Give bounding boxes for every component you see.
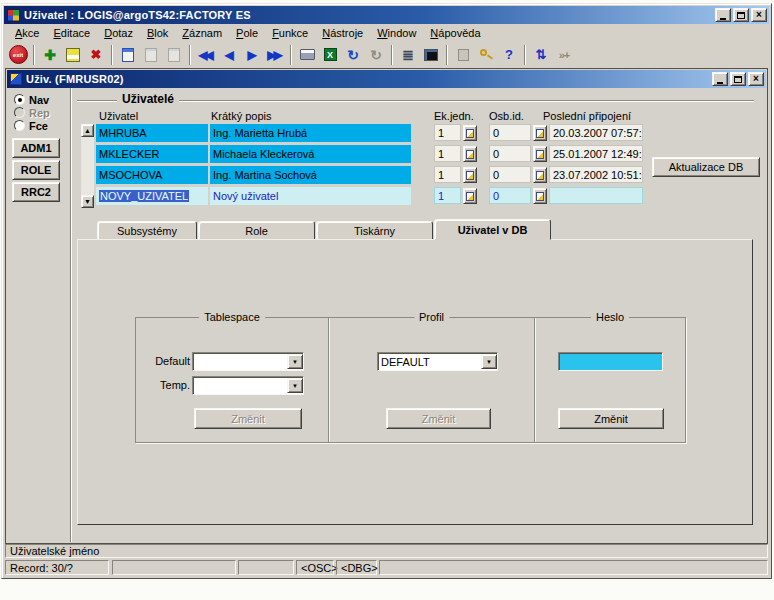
lov-icon [466, 150, 474, 159]
child-close-icon[interactable]: × [748, 72, 764, 86]
child-minimize-icon[interactable] [712, 72, 728, 86]
menu-zaznam[interactable]: Záznam [175, 25, 229, 41]
export-excel-button[interactable]: X [319, 44, 341, 66]
duplicate-record-button[interactable] [117, 44, 139, 66]
temp-tablespace-select[interactable]: ▼ [192, 376, 304, 395]
first-record-button[interactable]: ◀◀ [195, 44, 217, 66]
db-settings-groups: Tablespace Default ▼ Temp. ▼ Změ [135, 317, 686, 443]
password-field[interactable] [558, 352, 663, 371]
osb-cell[interactable]: 0 [489, 187, 531, 204]
desc-cell[interactable]: Nový uživatel [210, 187, 411, 205]
ek-lov-button[interactable] [463, 146, 477, 162]
refresh-button[interactable]: ↻ [342, 44, 364, 66]
rrc2-button[interactable]: RRC2 [12, 182, 60, 202]
menu-akce[interactable]: Akce [8, 25, 46, 41]
console-button[interactable] [420, 44, 442, 66]
next-record-button[interactable]: ▶ [241, 44, 263, 66]
tab-uzivatel-v-db[interactable]: Uživatel v DB [434, 219, 551, 240]
ek-lov-button[interactable] [463, 125, 477, 141]
next-record-icon: ▶ [247, 49, 256, 61]
menu-funkce[interactable]: Funkce [265, 25, 315, 41]
child-maximize-icon[interactable] [730, 72, 746, 86]
desc-cell[interactable]: Ing. Marietta Hrubá [210, 124, 411, 142]
menu-window[interactable]: Window [370, 25, 423, 41]
ek-cell[interactable]: 1 [434, 145, 461, 162]
user-cell[interactable]: MHRUBA [96, 124, 208, 142]
user-cell[interactable]: MSOCHOVA [96, 166, 208, 184]
menu-editace[interactable]: Editace [46, 25, 97, 41]
desc-cell[interactable]: Michaela Kleckerová [210, 145, 411, 163]
adm1-button[interactable]: ADM1 [12, 138, 60, 158]
menu-pole[interactable]: Pole [229, 25, 265, 41]
save-button[interactable] [62, 44, 84, 66]
radio-nav[interactable]: Nav [14, 93, 49, 106]
copy-record-button[interactable] [140, 44, 162, 66]
help-button[interactable]: ? [498, 44, 520, 66]
exit-button[interactable]: exit [7, 44, 29, 66]
desc-cell[interactable]: Ing. Martina Sochová [210, 166, 411, 184]
menu-dotaz[interactable]: Dotaz [97, 25, 140, 41]
menu-napoveda[interactable]: Nápověda [423, 25, 487, 41]
profil-select[interactable]: DEFAULT ▼ [377, 352, 498, 371]
osb-lov-button[interactable] [533, 188, 547, 204]
ek-cell[interactable]: 1 [434, 187, 461, 204]
change-password-button[interactable]: Změnit [558, 408, 664, 429]
delete-record-button[interactable]: ✖ [85, 44, 107, 66]
osb-lov-button[interactable] [533, 125, 547, 141]
lov-icon [466, 171, 474, 180]
tab-role[interactable]: Role [198, 221, 315, 240]
record-scrollbar[interactable]: ▲ ▼ [81, 124, 94, 208]
last-login-cell[interactable] [549, 187, 643, 204]
menu-nastroje[interactable]: Nástroje [315, 25, 370, 41]
attach-button[interactable] [452, 44, 474, 66]
chevron-down-icon[interactable]: ▼ [481, 354, 497, 369]
send-button[interactable]: ↻ [365, 44, 387, 66]
record-counter: Record: 30/? [5, 560, 109, 575]
radio-fce[interactable]: Fce [14, 119, 48, 132]
scroll-up-icon[interactable]: ▲ [81, 124, 94, 137]
radio-rep[interactable]: Rep [14, 106, 50, 119]
show-keys-button[interactable] [475, 44, 497, 66]
menu-blok[interactable]: Blok [140, 25, 175, 41]
minimize-icon[interactable] [715, 8, 731, 22]
last-record-button[interactable]: ▶▶ [264, 44, 286, 66]
osb-cell[interactable]: 0 [489, 145, 531, 162]
ek-lov-button[interactable] [463, 188, 477, 204]
scroll-down-icon[interactable]: ▼ [81, 195, 94, 208]
child-titlebar[interactable]: Uživ. (FMRUSR02) × [7, 70, 766, 88]
update-db-button[interactable]: Aktualizace DB [652, 157, 760, 177]
list-values-button[interactable]: ≣ [397, 44, 419, 66]
print-button[interactable] [296, 44, 318, 66]
save-icon [66, 48, 80, 62]
osb-lov-button[interactable] [533, 146, 547, 162]
insert-record-button[interactable]: ✚ [39, 44, 61, 66]
change-tablespace-button[interactable]: Změnit [194, 408, 302, 429]
titlebar[interactable]: Uživatel : LOGIS@argoTS42:FACTORY ES × [4, 6, 769, 24]
change-profil-button[interactable]: Změnit [386, 408, 491, 429]
close-icon[interactable]: × [751, 8, 767, 22]
user-cell[interactable]: MKLECKER [96, 145, 208, 163]
chevron-down-icon[interactable]: ▼ [287, 354, 303, 369]
more-tools-button[interactable]: »+ [553, 44, 575, 66]
tab-subsystemy[interactable]: Subsystémy [97, 221, 197, 240]
default-tablespace-select[interactable]: ▼ [192, 352, 304, 371]
role-button[interactable]: ROLE [12, 160, 60, 180]
last-login-cell[interactable]: 25.01.2007 12:49:54 [549, 145, 643, 162]
osb-cell[interactable]: 0 [489, 166, 531, 183]
ek-lov-button[interactable] [463, 167, 477, 183]
last-login-cell[interactable]: 20.03.2007 07:57:26 [549, 124, 643, 141]
tab-tiskarny[interactable]: Tiskárny [316, 221, 433, 240]
profil-group: Profil DEFAULT ▼ Změnit [329, 317, 535, 443]
temp-label: Temp. [140, 379, 190, 391]
ek-cell[interactable]: 1 [434, 166, 461, 183]
chevron-down-icon[interactable]: ▼ [287, 378, 303, 393]
clear-record-button[interactable] [163, 44, 185, 66]
previous-record-button[interactable]: ◀ [218, 44, 240, 66]
last-login-cell[interactable]: 23.07.2002 10:51:07 [549, 166, 643, 183]
osb-cell[interactable]: 0 [489, 124, 531, 141]
sort-button[interactable]: ⇅ [530, 44, 552, 66]
osb-lov-button[interactable] [533, 167, 547, 183]
ek-cell[interactable]: 1 [434, 124, 461, 141]
user-cell[interactable]: NOVY_UZIVATEL [96, 187, 208, 205]
maximize-icon[interactable] [733, 8, 749, 22]
